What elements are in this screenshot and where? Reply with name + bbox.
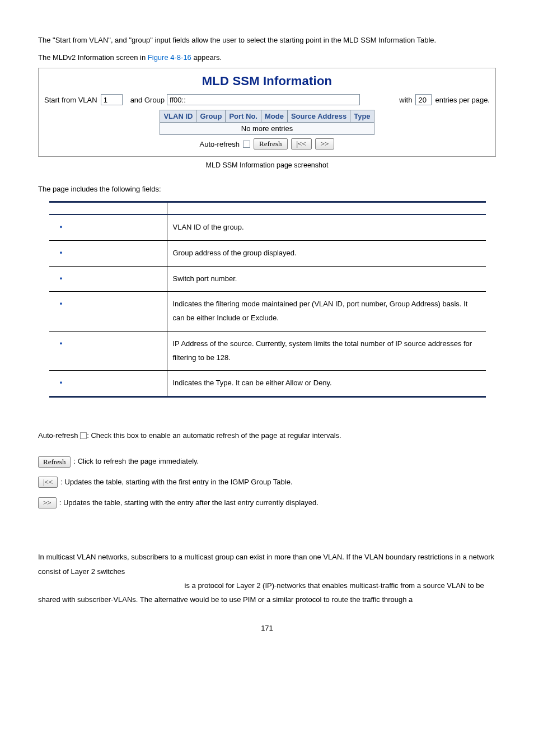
first-desc: : Updates the table, starting with the f… (60, 474, 292, 491)
panel-title: MLD SSM Information (44, 74, 490, 88)
table-row: ● Indicates the Type. It can be either A… (49, 371, 486, 397)
with-input[interactable] (415, 94, 432, 105)
entries-per-page-label: entries per page. (435, 96, 490, 104)
fields-intro: The page includes the following fields: (38, 185, 496, 193)
filter-row: Start from VLAN and Group with entries p… (44, 93, 490, 109)
refresh-button[interactable]: Refresh (254, 138, 287, 150)
bullet-icon: ● (55, 378, 67, 388)
autorefresh-checkbox[interactable] (243, 141, 250, 148)
next-help-row: >> : Updates the table, starting with th… (38, 495, 496, 511)
col-source-address: Source Address (287, 110, 350, 123)
page-number: 171 (38, 624, 496, 632)
mvr-text-1: In multicast VLAN networks, subscribers … (38, 553, 494, 575)
intro-line-2: The MLDv2 Information screen in Figure 4… (38, 51, 496, 65)
autorefresh-text-post: : Check this box to enable an automatic … (87, 431, 341, 440)
group-input[interactable] (167, 94, 360, 105)
col-group: Group (196, 110, 226, 123)
table-row: ● Switch port number. (49, 266, 486, 292)
table-row: ● Group address of the group displayed. (49, 241, 486, 267)
field-desc: VLAN ID of the group. (167, 214, 486, 240)
intro-line-1: The "Start from VLAN", and "group" input… (38, 34, 496, 48)
fields-header-row (49, 202, 486, 215)
with-label: with (399, 96, 412, 104)
mvr-paragraph: In multicast VLAN networks, subscribers … (38, 550, 496, 606)
table-row: ● IP Address of the source. Currently, s… (49, 331, 486, 370)
table-row: ●VLAN ID VLAN ID of the group. (49, 214, 486, 240)
field-desc: Group address of the group displayed. (167, 241, 486, 267)
autorefresh-help: Auto-refresh : Check this box to enable … (38, 428, 496, 444)
field-desc: Indicates the filtering mode maintained … (167, 292, 486, 331)
col-type: Type (350, 110, 374, 123)
table-row: ● Indicates the filtering mode maintaine… (49, 292, 486, 331)
col-port-no: Port No. (226, 110, 261, 123)
field-desc: Indicates the Type. It can be either All… (167, 371, 486, 397)
start-vlan-label: Start from VLAN (44, 96, 97, 104)
first-page-button[interactable]: |<< (291, 138, 312, 150)
intro-line-2a: The MLDv2 Information screen in (38, 53, 148, 62)
next-page-button[interactable]: >> (315, 138, 335, 150)
bullet-icon: ● (55, 248, 67, 258)
refresh-button-icon: Refresh (38, 456, 71, 468)
controls-row: Auto-refresh Refresh |<< >> (44, 138, 490, 150)
checkbox-icon (80, 432, 87, 439)
field-desc: IP Address of the source. Currently, sys… (167, 331, 486, 370)
table-header-row: VLAN ID Group Port No. Mode Source Addre… (160, 110, 374, 123)
bullet-icon: ● (55, 274, 67, 283)
no-entries-cell: No more entries (160, 123, 374, 135)
bullet-icon: ● (55, 299, 67, 309)
bullet-icon: ● (55, 339, 67, 348)
and-group-label: and Group (130, 96, 165, 104)
refresh-help-row: Refresh : Click to refresh the page imme… (38, 454, 496, 470)
autorefresh-label: Auto-refresh (200, 140, 240, 148)
ssm-table: VLAN ID Group Port No. Mode Source Addre… (160, 110, 374, 135)
next-button-icon: >> (38, 497, 57, 508)
buttons-block: Auto-refresh : Check this box to enable … (38, 428, 496, 511)
field-desc: Switch port number. (167, 266, 486, 292)
figure-link[interactable]: Figure 4-8-16 (148, 53, 191, 62)
screenshot-caption: MLD SSM Information page screenshot (38, 161, 496, 169)
first-button-icon: |<< (38, 477, 58, 488)
refresh-desc: : Click to refresh the page immediately. (73, 454, 199, 470)
vlan-input[interactable] (101, 94, 123, 105)
table-row: No more entries (160, 123, 374, 135)
first-help-row: |<< : Updates the table, starting with t… (38, 474, 496, 491)
mvr-text-2: is a protocol for Layer 2 (IP)-networks … (38, 581, 484, 604)
fields-table: ●VLAN ID VLAN ID of the group. ● Group a… (49, 201, 486, 398)
autorefresh-text-pre: Auto-refresh (38, 431, 80, 440)
intro-line-2b: appears. (191, 53, 222, 62)
ssm-panel: MLD SSM Information Start from VLAN and … (38, 68, 496, 157)
col-vlan-id: VLAN ID (160, 110, 196, 123)
next-desc: : Updates the table, starting with the e… (59, 495, 318, 511)
bullet-icon: ● (55, 222, 67, 232)
col-mode: Mode (261, 110, 287, 123)
